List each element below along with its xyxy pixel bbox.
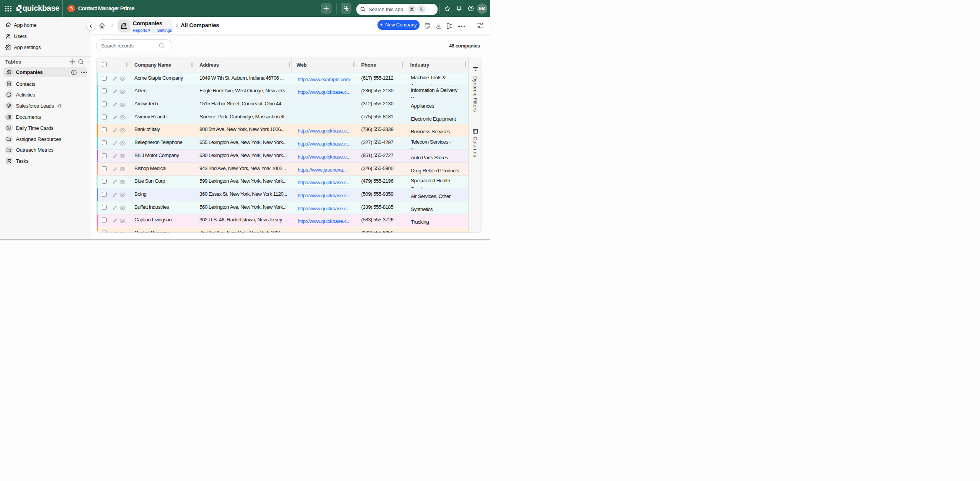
svg-text:@: @ [8,82,11,85]
